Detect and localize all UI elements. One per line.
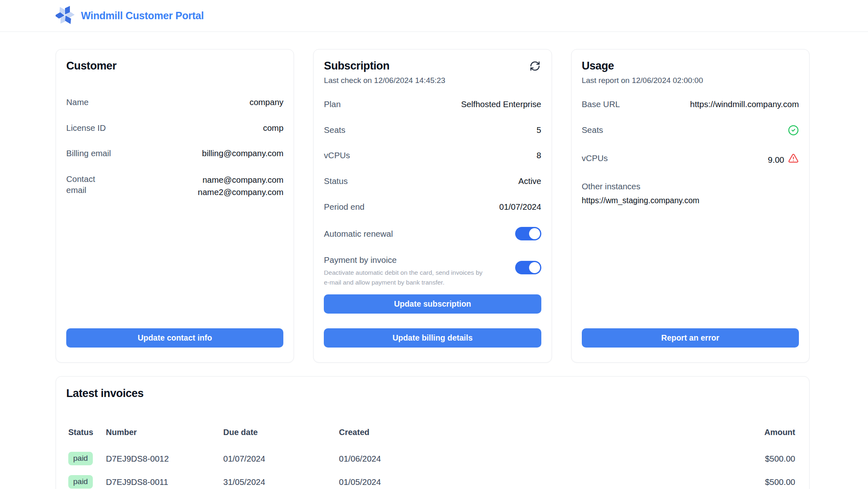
customer-billing-email-row: Billing email billing@company.com [66, 148, 283, 159]
brand-link[interactable]: Windmill Customer Portal [56, 6, 204, 26]
invoices-table-header: Status Number Due date Created Amount [66, 428, 799, 437]
subscription-last-check: Last check on 12/06/2024 14:45:23 [324, 76, 541, 85]
column-created: Created [339, 428, 729, 437]
status-badge: paid [68, 475, 93, 489]
invoice-amount: $500.00 [729, 454, 799, 464]
update-billing-details-button[interactable]: Update billing details [324, 328, 541, 348]
column-status: Status [66, 428, 106, 437]
customer-card-title: Customer [66, 60, 117, 72]
refresh-subscription-button[interactable] [529, 60, 541, 72]
customer-card: Customer Name company License ID comp Bi… [56, 49, 294, 363]
invoice-created: 01/06/2024 [339, 454, 729, 464]
windmill-logo-icon [56, 6, 74, 26]
invoices-table-body: paid D7EJ9DS8-0012 01/07/2024 01/06/2024… [66, 452, 799, 489]
seats-label: Seats [324, 125, 345, 136]
base-url-row: Base URL https://windmill.company.com [582, 99, 799, 110]
period-end-label: Period end [324, 202, 364, 213]
column-amount: Amount [729, 428, 799, 437]
toggle-knob [529, 262, 540, 273]
status-label: Status [324, 176, 348, 187]
check-circle-icon [788, 128, 799, 137]
report-an-error-button[interactable]: Report an error [582, 328, 799, 348]
base-url-value: https://windmill.company.com [690, 99, 799, 110]
automatic-renewal-row: Automatic renewal [324, 227, 541, 240]
usage-vcpus-label: vCPUs [582, 153, 608, 164]
usage-card-title: Usage [582, 60, 614, 72]
payment-by-invoice-label: Payment by invoice [324, 255, 487, 265]
payment-by-invoice-description: Deactivate automatic debit on the card, … [324, 268, 487, 287]
app-header: Windmill Customer Portal [0, 0, 868, 32]
invoice-number: D7EJ9DS8-0012 [106, 454, 223, 464]
customer-license-label: License ID [66, 123, 106, 134]
invoice-due-date: 31/05/2024 [223, 477, 339, 487]
seats-value: 5 [536, 125, 541, 136]
customer-contact-email-value: name@company.com name2@company.com [198, 174, 284, 198]
base-url-label: Base URL [582, 99, 620, 110]
toggle-knob [529, 228, 540, 239]
subscription-card: Subscription Last check on 12/06/2024 14… [313, 49, 552, 363]
seats-ok-status [788, 125, 799, 139]
automatic-renewal-toggle[interactable] [515, 227, 541, 240]
usage-vcpus-status: 9.00 [768, 153, 799, 167]
column-due-date: Due date [223, 428, 339, 437]
contact-email-1: name@company.com [202, 175, 283, 184]
usage-vcpus-row: vCPUs 9.00 [582, 153, 799, 167]
usage-seats-row: Seats [582, 125, 799, 139]
vcpus-value: 8 [536, 150, 541, 161]
usage-vcpus-value: 9.00 [768, 155, 784, 166]
usage-last-report: Last report on 12/06/2024 02:00:00 [582, 76, 799, 85]
customer-billing-email-label: Billing email [66, 148, 111, 159]
invoices-table: Status Number Due date Created Amount pa… [66, 428, 799, 489]
period-end-value: 01/07/2024 [499, 202, 541, 213]
status-value: Active [518, 176, 541, 187]
payment-by-invoice-row: Payment by invoice Deactivate automatic … [324, 255, 541, 287]
latest-invoices-title: Latest invoices [66, 387, 799, 400]
plan-row: Plan Selfhosted Enterprise [324, 99, 541, 110]
invoice-row: paid D7EJ9DS8-0012 01/07/2024 01/06/2024… [66, 452, 799, 465]
plan-label: Plan [324, 99, 341, 110]
invoice-number: D7EJ9DS8-0011 [106, 477, 223, 487]
vcpus-row: vCPUs 8 [324, 150, 541, 161]
invoice-created: 01/05/2024 [339, 477, 729, 487]
customer-license-value: comp [263, 123, 283, 134]
usage-seats-label: Seats [582, 125, 603, 136]
customer-name-row: Name company [66, 97, 283, 108]
payment-by-invoice-toggle[interactable] [515, 261, 541, 274]
subscription-card-title: Subscription [324, 60, 389, 72]
customer-contact-email-label: Contact email [66, 174, 101, 195]
update-subscription-button[interactable]: Update subscription [324, 294, 541, 314]
update-contact-info-button[interactable]: Update contact info [66, 328, 283, 348]
customer-billing-email-value: billing@company.com [202, 148, 283, 159]
status-badge: paid [68, 452, 93, 465]
seats-row: Seats 5 [324, 125, 541, 136]
invoice-amount: $500.00 [729, 477, 799, 487]
app-title: Windmill Customer Portal [81, 10, 204, 22]
vcpus-label: vCPUs [324, 150, 350, 161]
customer-license-row: License ID comp [66, 123, 283, 134]
invoice-row: paid D7EJ9DS8-0011 31/05/2024 01/05/2024… [66, 475, 799, 489]
other-instance-url: https://wm_staging.company.com [582, 196, 799, 205]
plan-value: Selfhosted Enterprise [461, 99, 541, 110]
contact-email-2: name2@company.com [198, 187, 284, 197]
customer-contact-email-row: Contact email name@company.com name2@com… [66, 174, 283, 198]
invoice-due-date: 01/07/2024 [223, 454, 339, 464]
column-number: Number [106, 428, 223, 437]
customer-name-value: company [249, 97, 283, 108]
cards-grid: Customer Name company License ID comp Bi… [56, 49, 810, 363]
customer-name-label: Name [66, 97, 89, 108]
warning-triangle-icon [788, 153, 799, 167]
main-content: Customer Name company License ID comp Bi… [56, 32, 810, 489]
refresh-icon [529, 67, 541, 73]
other-instances-label: Other instances [582, 182, 799, 191]
status-row: Status Active [324, 176, 541, 187]
usage-card: Usage Last report on 12/06/2024 02:00:00… [571, 49, 810, 363]
period-end-row: Period end 01/07/2024 [324, 202, 541, 213]
latest-invoices-card: Latest invoices Status Number Due date C… [56, 376, 810, 489]
automatic-renewal-label: Automatic renewal [324, 229, 393, 239]
